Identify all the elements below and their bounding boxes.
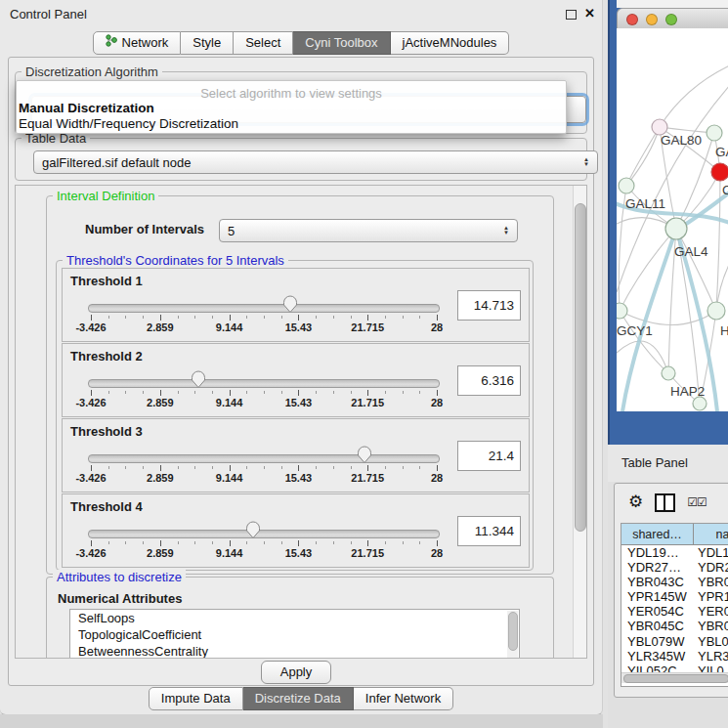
network-node-edge-node[interactable]: [693, 397, 707, 410]
table-row[interactable]: YER054CYER0: [621, 604, 728, 619]
float-window-icon[interactable]: [566, 10, 577, 20]
num-intervals-combo[interactable]: 5 ▲▼: [219, 219, 518, 242]
network-edge[interactable]: [626, 127, 660, 186]
threshold-3-slider[interactable]: -3.4262.8599.14415.4321.71528: [91, 445, 437, 490]
gear-icon[interactable]: ⚙: [628, 493, 643, 511]
column-header[interactable]: na: [694, 524, 728, 545]
slider-track[interactable]: [88, 379, 440, 388]
slider-tick: [419, 541, 420, 544]
threshold-4-slider[interactable]: -3.4262.8599.14415.4321.71528: [91, 520, 437, 565]
slider-tick: [367, 315, 368, 321]
zoom-traffic-light[interactable]: [665, 14, 677, 25]
threshold-2-slider[interactable]: -3.4262.8599.14415.4321.71528: [91, 369, 437, 414]
slider-tick: [160, 465, 161, 471]
slider-scale-label: -3.426: [75, 472, 106, 484]
column-header[interactable]: shared…: [621, 524, 694, 545]
slider-tick: [351, 466, 352, 469]
table-panel-title: Table Panel: [621, 455, 688, 470]
network-edge[interactable]: [660, 65, 728, 127]
slider-tick: [333, 391, 334, 394]
table-row[interactable]: YDL19…YDL1: [621, 545, 728, 560]
checkbox-icon[interactable]: ☑☑: [687, 495, 707, 509]
threshold-4-value[interactable]: 11.344: [457, 516, 521, 546]
algorithm-option-manual[interactable]: Manual Discretization: [19, 101, 154, 115]
network-edge[interactable]: [617, 341, 668, 373]
close-traffic-light[interactable]: [626, 14, 638, 25]
scrollbar-thumb[interactable]: [508, 612, 518, 651]
table-hscrollbar[interactable]: [621, 672, 728, 683]
slider-scale-label: 15.43: [285, 547, 313, 559]
network-node-GA[interactable]: [707, 125, 722, 141]
slider-tick: [108, 316, 109, 319]
slider-tick: [212, 316, 213, 319]
tab-label: Infer Network: [365, 688, 441, 709]
settings-scrollbar[interactable]: [573, 186, 586, 658]
slider-tick: [351, 391, 352, 394]
minimize-traffic-light[interactable]: [646, 14, 658, 25]
slider-track[interactable]: [88, 530, 440, 538]
network-node-red-node[interactable]: [711, 163, 728, 181]
tab-discretize-data[interactable]: Discretize Data: [243, 687, 354, 710]
slider-tick: [143, 391, 144, 394]
scrollbar-thumb[interactable]: [623, 674, 728, 683]
tab-jactivemnodules[interactable]: jActiveMNodules: [391, 31, 510, 55]
tab-style[interactable]: Style: [181, 31, 234, 55]
tab-infer-network[interactable]: Infer Network: [354, 687, 453, 710]
attribute-item[interactable]: SelfLoops: [70, 610, 519, 626]
table-data-combo[interactable]: galFiltered.sif default node ▲▼: [33, 150, 598, 174]
network-node-H[interactable]: [707, 302, 725, 320]
spinner-icon: ▲▼: [583, 157, 589, 167]
threshold-1-slider[interactable]: -3.4262.8599.14415.4321.71528: [91, 294, 437, 339]
table-row[interactable]: YBR043CYBR0: [621, 575, 728, 589]
attributes-scrollbar[interactable]: [507, 611, 518, 659]
table-cell: YBR043C: [621, 575, 694, 589]
network-node-GCY1[interactable]: [617, 303, 627, 319]
network-canvas[interactable]: GAL80GACGAL11GAL4GCY1HHAP2: [617, 28, 728, 411]
algorithm-option-equal-width[interactable]: Equal Width/Frequency Discretization: [19, 116, 238, 131]
close-icon[interactable]: ✕: [584, 6, 595, 21]
table-row[interactable]: YPR145WYPR1: [621, 589, 728, 604]
attribute-item[interactable]: BetweennessCentrality: [70, 643, 519, 659]
window-title: Control Panel: [10, 7, 87, 21]
table-row[interactable]: YBL079WYBL0: [621, 634, 728, 649]
cyni-toolbox-content: Discretization Algorithm Table Data galF…: [8, 57, 594, 686]
network-node-GAL4[interactable]: [665, 218, 687, 239]
slider-tick: [91, 315, 92, 321]
threshold-label: Threshold 2: [70, 349, 143, 364]
tab-cyni-toolbox[interactable]: Cyni Toolbox: [293, 31, 390, 55]
slider-thumb[interactable]: [191, 370, 205, 392]
network-edge[interactable]: [620, 229, 676, 311]
slider-thumb[interactable]: [283, 295, 298, 317]
columns-icon[interactable]: [655, 493, 675, 512]
slider-scale-label: -3.426: [75, 321, 106, 333]
network-node-label: C: [722, 183, 728, 197]
network-node-HAP2[interactable]: [662, 366, 675, 380]
scrollbar-thumb[interactable]: [575, 203, 586, 532]
threshold-2-value[interactable]: 6.316: [457, 365, 521, 396]
slider-scale-label: 28: [431, 397, 443, 408]
numerical-attributes-list[interactable]: SelfLoopsTopologicalCoefficientBetweenne…: [69, 609, 520, 659]
node-table: shared… na YDL19…YDL1YDR27…YDR2YBR043CYB…: [621, 523, 728, 687]
table-row[interactable]: YBR045CYBR0: [621, 619, 728, 633]
threshold-3-value[interactable]: 21.4: [457, 441, 521, 471]
network-canvas-svg: GAL80GACGAL11GAL4GCY1HHAP2: [617, 28, 728, 411]
tab-network[interactable]: Network: [93, 31, 182, 55]
network-node-GAL11[interactable]: [619, 178, 634, 193]
tab-label: jActiveMNodules: [403, 32, 497, 54]
table-row[interactable]: YLR345WYLR3: [621, 649, 728, 664]
slider-track[interactable]: [88, 454, 440, 463]
threshold-1-value[interactable]: 14.713: [457, 290, 521, 321]
slider-tick: [91, 390, 92, 396]
slider-tick: [91, 465, 92, 471]
numerical-attributes-title: Numerical Attributes: [58, 591, 182, 606]
slider-track[interactable]: [88, 304, 440, 313]
attribute-item[interactable]: TopologicalCoefficient: [70, 626, 519, 643]
slider-thumb[interactable]: [357, 446, 371, 467]
tab-label: Discretize Data: [255, 688, 341, 709]
tab-select[interactable]: Select: [234, 31, 293, 55]
table-row[interactable]: YDR27…YDR2: [621, 560, 728, 575]
network-node-label: GA: [715, 145, 728, 159]
apply-button[interactable]: Apply: [261, 661, 331, 684]
tab-impute-data[interactable]: Impute Data: [149, 687, 243, 710]
slider-thumb[interactable]: [246, 521, 261, 542]
